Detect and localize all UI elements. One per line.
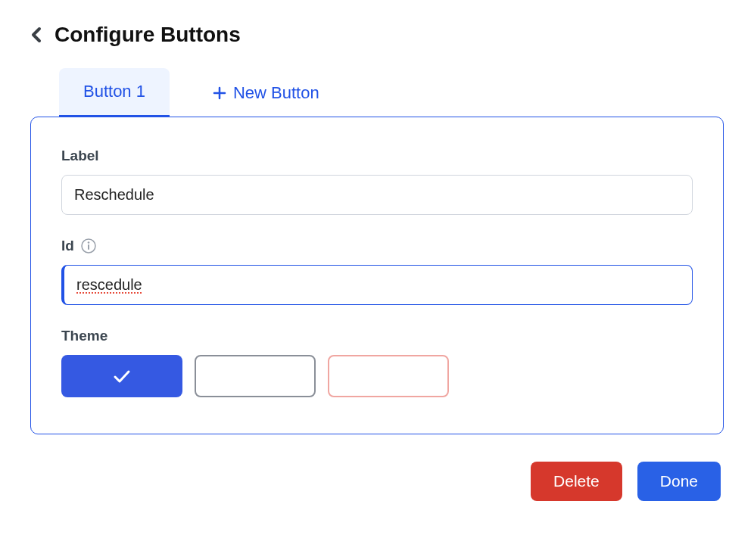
info-icon[interactable] xyxy=(80,238,97,254)
theme-secondary-swatch[interactable] xyxy=(195,355,316,397)
svg-rect-2 xyxy=(88,244,89,250)
back-button[interactable] xyxy=(30,26,42,44)
id-field-label: Id xyxy=(61,238,74,254)
chevron-left-icon xyxy=(30,26,42,44)
id-input[interactable]: rescedule xyxy=(61,265,693,305)
delete-button[interactable]: Delete xyxy=(531,462,622,501)
label-input[interactable] xyxy=(61,175,693,215)
theme-danger-swatch[interactable] xyxy=(328,355,449,397)
new-button-label: New Button xyxy=(233,83,319,103)
theme-primary-swatch[interactable] xyxy=(61,355,182,397)
id-value: rescedule xyxy=(76,276,142,294)
theme-field-label: Theme xyxy=(61,328,693,344)
done-button[interactable]: Done xyxy=(637,462,721,501)
tab-new-button[interactable]: New Button xyxy=(188,68,344,117)
tab-label: Button 1 xyxy=(83,82,145,101)
plus-icon xyxy=(212,86,227,101)
checkmark-icon xyxy=(110,364,134,388)
svg-point-1 xyxy=(88,241,90,244)
label-field-label: Label xyxy=(61,148,693,164)
config-panel: Label Id rescedule Theme xyxy=(30,117,724,434)
page-title: Configure Buttons xyxy=(55,23,241,47)
tab-button-1[interactable]: Button 1 xyxy=(59,68,170,117)
